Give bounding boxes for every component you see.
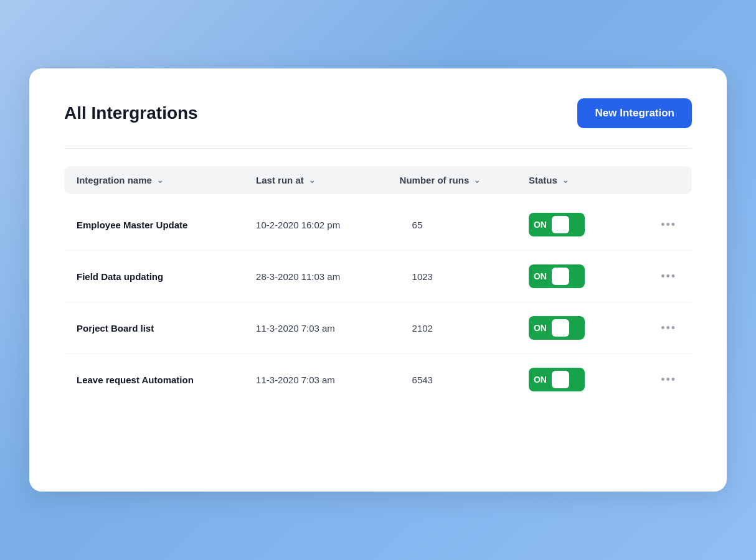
more-options-icon[interactable]: ••• — [661, 218, 676, 231]
toggle-knob — [552, 371, 569, 388]
page-header: All Intergrations New Integration — [64, 98, 692, 128]
table-row: Employee Master Update 10-2-2020 16:02 p… — [64, 199, 692, 251]
cell-actions[interactable]: ••• — [658, 322, 679, 335]
header-divider — [64, 148, 692, 149]
cell-integration-name: Leave request Automation — [77, 375, 256, 385]
col-status-label: Status — [529, 175, 557, 185]
col-header-name[interactable]: Integration name ⌄ — [77, 175, 256, 185]
toggle-knob — [552, 319, 569, 337]
cell-last-run: 11-3-2020 7:03 am — [256, 323, 399, 334]
status-toggle[interactable]: ON — [529, 264, 585, 288]
cell-status: ON — [529, 213, 658, 236]
more-options-icon[interactable]: ••• — [661, 322, 676, 335]
status-toggle[interactable]: ON — [529, 368, 585, 391]
cell-actions[interactable]: ••• — [658, 218, 679, 231]
toggle-label: ON — [534, 271, 547, 281]
table-row: Leave request Automation 11-3-2020 7:03 … — [64, 354, 692, 405]
cell-runs: 65 — [400, 220, 529, 230]
new-integration-button[interactable]: New Integration — [577, 98, 692, 128]
table-row: Porject Board list 11-3-2020 7:03 am 210… — [64, 302, 692, 354]
col-header-runs[interactable]: Number of runs ⌄ — [400, 175, 529, 185]
toggle-label: ON — [534, 220, 547, 230]
cell-last-run: 10-2-2020 16:02 pm — [256, 220, 399, 230]
cell-integration-name: Employee Master Update — [77, 220, 256, 230]
cell-actions[interactable]: ••• — [658, 270, 679, 283]
more-options-icon[interactable]: ••• — [661, 270, 676, 283]
cell-status: ON — [529, 316, 658, 340]
toggle-knob — [552, 216, 569, 233]
table-body: Employee Master Update 10-2-2020 16:02 p… — [64, 199, 692, 405]
cell-integration-name: Field Data updating — [77, 271, 256, 282]
col-header-actions — [658, 175, 679, 185]
toggle-knob — [552, 268, 569, 285]
col-name-chevron: ⌄ — [157, 176, 163, 185]
toggle-label: ON — [534, 323, 547, 333]
cell-integration-name: Porject Board list — [77, 323, 256, 334]
col-runs-label: Number of runs — [400, 175, 470, 185]
cell-runs: 2102 — [400, 323, 529, 334]
more-options-icon[interactable]: ••• — [661, 373, 676, 386]
col-status-chevron: ⌄ — [562, 176, 569, 185]
cell-status: ON — [529, 264, 658, 288]
table-row: Field Data updating 28-3-2020 11:03 am 1… — [64, 251, 692, 302]
cell-runs: 1023 — [400, 271, 529, 282]
col-last-run-label: Last run at — [256, 175, 304, 185]
cell-status: ON — [529, 368, 658, 391]
col-last-run-chevron: ⌄ — [309, 176, 315, 185]
status-toggle[interactable]: ON — [529, 213, 585, 236]
cell-last-run: 28-3-2020 11:03 am — [256, 271, 399, 282]
main-card: All Intergrations New Integration Integr… — [29, 68, 727, 492]
col-header-status[interactable]: Status ⌄ — [529, 175, 658, 185]
cell-last-run: 11-3-2020 7:03 am — [256, 375, 399, 385]
cell-actions[interactable]: ••• — [658, 373, 679, 386]
status-toggle[interactable]: ON — [529, 316, 585, 340]
toggle-label: ON — [534, 375, 547, 385]
col-runs-chevron: ⌄ — [474, 176, 480, 185]
col-header-last-run[interactable]: Last run at ⌄ — [256, 175, 399, 185]
cell-runs: 6543 — [400, 375, 529, 385]
col-name-label: Integration name — [77, 175, 152, 185]
page-title: All Intergrations — [64, 103, 198, 123]
table-header: Integration name ⌄ Last run at ⌄ Number … — [64, 166, 692, 194]
